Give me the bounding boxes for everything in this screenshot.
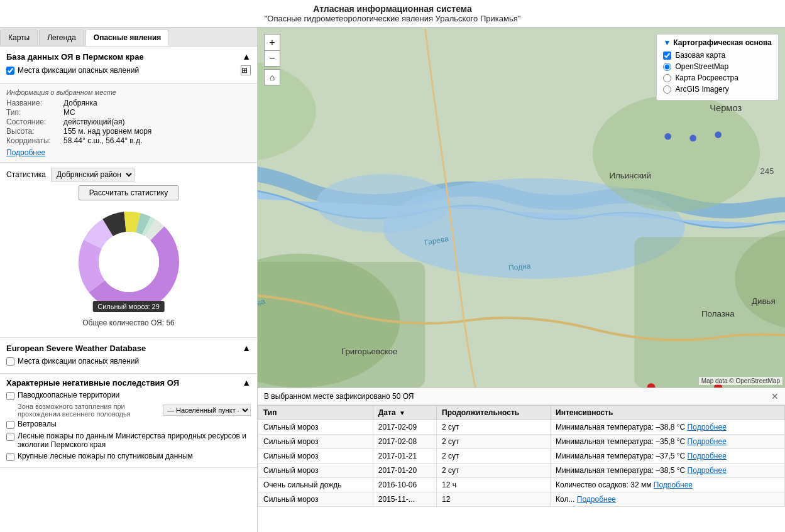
table-scroll[interactable]: Тип Дата ▼ Продолжительность Интенсивнос… [258,405,785,532]
cell-date: 2017-01-20 [373,464,436,478]
district-select[interactable]: Добрянский район [51,168,134,182]
neg-fires-ministry-checkbox[interactable] [6,433,14,441]
col-duration[interactable]: Продолжительность [437,406,551,420]
cell-intensity: Кол... Подробнее [551,492,785,507]
details-link[interactable]: Подробнее [688,452,727,460]
legend-title: Картографическая основа [673,38,772,47]
negative-title: Характерные негативные последствия ОЯ [6,378,179,388]
cell-intensity: Минимальная температура: –38,5 °C Подроб… [551,464,785,478]
neg-flood-checkbox[interactable] [6,392,14,400]
data-table: Тип Дата ▼ Продолжительность Интенсивнос… [258,405,785,507]
cell-duration: 2 сут [437,435,551,449]
eswd-checkbox-label: Места фиксации опасных явлений [18,357,139,366]
bottom-panel: В выбранном месте зафиксировано 50 ОЯ ✕ … [258,388,785,532]
neg-fires-satellite-checkbox[interactable] [6,453,14,461]
details-link[interactable]: Подробнее [688,437,727,446]
bottom-header: В выбранном месте зафиксировано 50 ОЯ ✕ [258,388,785,405]
info-height: 155 м. над уровнем моря [63,127,151,136]
eswd-collapse-btn[interactable]: ▲ [242,343,251,353]
cell-type: Сильный мороз [258,449,373,464]
home-button[interactable]: ⌂ [264,69,280,85]
zoom-out-button[interactable]: − [264,50,280,67]
neg-item-windfalls: Ветровалы [6,420,251,429]
base-map-checkbox[interactable] [663,52,671,60]
details-link[interactable]: Подробнее [577,495,616,504]
database-section: База данных ОЯ в Пермском крае ▲ Места ф… [0,46,257,84]
grid-icon[interactable]: ⊞ [241,65,251,75]
table-row: Сильный мороз 2017-01-20 2 сут Минимальн… [258,464,785,478]
cell-intensity: Минимальная температура: –37,5 °C Подроб… [551,449,785,464]
header-title-line2: "Опасные гидрометеорологические явления … [3,14,782,23]
database-collapse-btn[interactable]: ▲ [242,52,251,62]
details-link[interactable]: Подробнее [688,466,727,475]
neg-item-flood: Паводкоопасные территории [6,391,251,400]
info-row-name: Название: Добрянка [6,99,251,107]
right-area: Чермоз Ильинский Добрянка Ярино Полазна … [258,28,785,532]
cell-date: 2016-10-06 [373,478,436,492]
legend-osm[interactable]: OpenStreetMap [663,62,772,71]
cell-type: Сильный мороз [258,464,373,478]
col-date-label: Дата [378,408,396,417]
svg-text:Чермоз: Чермоз [710,103,742,113]
arcgis-radio[interactable] [663,85,671,94]
zoom-in-button[interactable]: + [264,34,280,50]
cell-duration: 2 сут [437,420,551,435]
cell-duration: 2 сут [437,449,551,464]
svg-point-11 [316,174,450,232]
col-date[interactable]: Дата ▼ [373,406,436,420]
rosreestr-radio[interactable] [663,74,671,82]
calc-button[interactable]: Рассчитать статистику [79,185,179,200]
svg-point-40 [715,131,722,138]
info-type: МС [63,108,75,117]
cell-type: Сильный мороз [258,492,373,507]
cell-date: 2017-02-08 [373,435,436,449]
info-details-link[interactable]: Подробнее [6,148,45,157]
neg-flood-select[interactable]: — Населённый пункт — [163,404,251,416]
svg-text:Григорьевское: Григорьевское [341,347,397,356]
details-link[interactable]: Подробнее [654,480,693,489]
cell-intensity: Минимальная температура: –38,8 °C Подроб… [551,420,785,435]
svg-point-8 [99,232,159,292]
legend-header[interactable]: ▼ Картографическая основа [663,38,772,47]
svg-point-38 [664,133,671,140]
neg-windfalls-checkbox[interactable] [6,421,14,429]
table-header-row: Тип Дата ▼ Продолжительность Интенсивнос… [258,406,785,420]
bottom-title: В выбранном месте зафиксировано 50 ОЯ [264,392,414,401]
neg-item-fires-satellite: Крупные лесные пожары по спутниковым дан… [6,452,251,461]
info-row-state: Состояние: действующий(ая) [6,117,251,126]
map-container[interactable]: Чермоз Ильинский Добрянка Ярино Полазна … [258,28,785,388]
total-label: Общее количество ОЯ: 56 [82,318,175,327]
stat-label: Статистика [6,170,46,179]
database-checkbox[interactable] [6,67,14,75]
tab-legend[interactable]: Легенда [39,30,84,46]
svg-text:Полазна: Полазна [701,309,735,318]
tabs-container: Карты Легенда Опасные явления [0,28,257,46]
negative-collapse-btn[interactable]: ▲ [242,377,251,388]
legend-base-map: Базовая карта [663,51,772,60]
database-title: База данных ОЯ в Пермском крае [6,52,144,62]
neg-flood-label: Паводкоопасные территории [18,391,119,399]
legend-rosreestr[interactable]: Карта Росреестра [663,73,772,82]
table-row: Сильный мороз 2015-11-... 12 Кол... Подр… [258,492,785,507]
eswd-title: European Severe Weather Database [6,344,146,353]
bottom-close-btn[interactable]: ✕ [771,391,779,401]
col-type-label: Тип [263,408,277,417]
negative-section: Характерные негативные последствия ОЯ ▲ … [0,374,257,468]
osm-radio[interactable] [663,63,671,71]
col-intensity[interactable]: Интенсивность [551,406,785,420]
col-type[interactable]: Тип [258,406,373,420]
legend-arcgis[interactable]: ArcGIS Imagery [663,85,772,94]
header-title-line1: Атласная информационная система [3,4,782,14]
rosreestr-label: Карта Росреестра [675,73,738,82]
tab-maps[interactable]: Карты [0,30,38,46]
details-link[interactable]: Подробнее [688,423,727,432]
eswd-checkbox[interactable] [6,357,14,366]
neg-flood-sub-label: Зона возможного затопления при прохожден… [18,403,160,418]
info-state: действующий(ая) [63,117,124,126]
date-sort-icon: ▼ [399,410,405,416]
svg-text:Дивья: Дивья [752,296,776,306]
info-caption: Информация о выбранном месте [6,89,251,96]
cell-intensity: Минимальная температура: –35,8 °C Подроб… [551,435,785,449]
tab-dangerous[interactable]: Опасные явления [85,30,169,46]
arcgis-label: ArcGIS Imagery [675,85,728,94]
